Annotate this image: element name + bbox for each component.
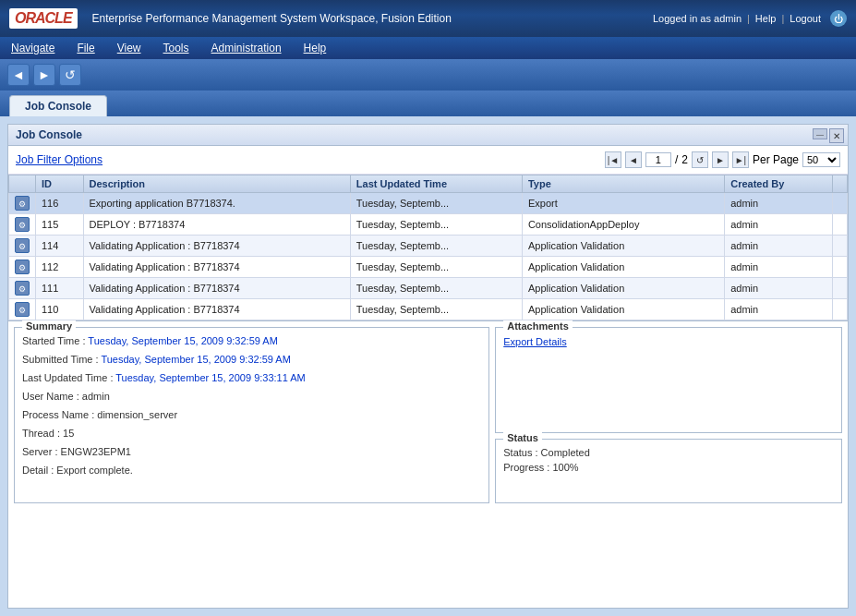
header: ORACLE Enterprise Performance Management… (0, 0, 856, 37)
page-prev-button[interactable]: ◄ (625, 151, 642, 168)
export-details-link[interactable]: Export Details (503, 336, 566, 347)
cell-description: Validating Application : B7718374 (83, 257, 350, 278)
cell-type: Application Validation (522, 257, 724, 278)
job-icon: ⚙ (15, 302, 30, 317)
job-table-container: ID Description Last Updated Time Type Cr… (8, 175, 848, 321)
menubar-item-view[interactable]: View (114, 40, 145, 56)
col-id: ID (36, 175, 84, 193)
job-table: ID Description Last Updated Time Type Cr… (8, 175, 848, 320)
menubar-item-navigate[interactable]: Navigate (7, 40, 58, 56)
progress-label: Progress : (503, 462, 549, 473)
page-refresh-button[interactable]: ↺ (692, 151, 708, 168)
row-icon-cell: ⚙ (9, 236, 36, 257)
cell-description: Validating Application : B7718374 (83, 299, 350, 320)
job-icon: ⚙ (15, 196, 30, 211)
page-next-button[interactable]: ► (712, 151, 729, 168)
job-icon: ⚙ (15, 281, 30, 296)
app-title: Enterprise Performance Management System… (92, 12, 452, 25)
row-icon-cell: ⚙ (9, 257, 36, 278)
submitted-time-value[interactable]: Tuesday, September 15, 2009 9:32:59 AM (101, 354, 290, 365)
menubar: NavigateFileViewToolsAdministrationHelp (0, 37, 856, 59)
job-filter-link[interactable]: Job Filter Options (16, 153, 102, 166)
row-icon-cell: ⚙ (9, 278, 36, 299)
page-last-button[interactable]: ►| (732, 151, 749, 168)
scroll-cell (833, 278, 848, 299)
table-header: ID Description Last Updated Time Type Cr… (9, 175, 848, 193)
table-row[interactable]: ⚙115DEPLOY : B7718374Tuesday, Septemb...… (9, 214, 848, 236)
navigate-forward-button[interactable]: ► (33, 64, 55, 86)
cell-description: Validating Application : B7718374 (83, 236, 350, 257)
page-input[interactable]: 1 (645, 152, 671, 167)
pagination-controls: |◄ ◄ 1 / 2 ↺ ► ►| Per Page 50 25 100 (605, 151, 840, 168)
cell-id: 111 (36, 278, 84, 299)
submitted-time: Submitted Time : Tuesday, September 15, … (22, 354, 481, 365)
thread-value: 15 (63, 428, 74, 439)
cell-created-by: admin (725, 236, 833, 257)
per-page-select[interactable]: 50 25 100 (802, 152, 840, 167)
help-link[interactable]: Help (755, 13, 777, 24)
thread: Thread : 15 (22, 428, 481, 439)
cell-last-updated: Tuesday, Septemb... (350, 193, 522, 214)
process-name: Process Name : dimension_server (22, 409, 481, 420)
separator-2: | (781, 13, 784, 24)
last-updated-label: Last Updated Time : (22, 372, 113, 383)
cell-type: Export (522, 193, 724, 214)
table-row[interactable]: ⚙112Validating Application : B7718374Tue… (9, 257, 848, 278)
table-row[interactable]: ⚙114Validating Application : B7718374Tue… (9, 236, 848, 257)
scroll-cell (833, 236, 848, 257)
minimize-button[interactable]: — (813, 128, 827, 139)
job-console-tab[interactable]: Job Console (9, 95, 107, 116)
thread-label: Thread : (22, 428, 60, 439)
refresh-button[interactable]: ↺ (59, 64, 81, 86)
last-updated-time: Last Updated Time : Tuesday, September 1… (22, 372, 481, 383)
cell-id: 112 (36, 257, 84, 278)
cell-id: 116 (36, 193, 84, 214)
col-icon (9, 175, 36, 193)
tab-bar: Job Console (0, 91, 856, 116)
job-icon: ⚙ (15, 238, 30, 253)
page-first-button[interactable]: |◄ (605, 151, 621, 168)
col-created-by: Created By (725, 175, 833, 193)
page-separator: / (675, 153, 678, 166)
navigate-back-button[interactable]: ◄ (7, 64, 30, 86)
menubar-item-administration[interactable]: Administration (208, 40, 285, 56)
login-text: Logged in as admin (653, 13, 741, 24)
menubar-item-help[interactable]: Help (300, 40, 331, 56)
menubar-item-file[interactable]: File (73, 40, 98, 56)
menubar-item-tools[interactable]: Tools (160, 40, 193, 56)
cell-created-by: admin (725, 278, 833, 299)
header-left: ORACLE Enterprise Performance Management… (9, 8, 452, 29)
detail-label: Detail : (22, 465, 54, 476)
table-row[interactable]: ⚙111Validating Application : B7718374Tue… (9, 278, 848, 299)
cell-description: DEPLOY : B7718374 (83, 214, 350, 236)
job-table-body: ⚙116Exporting application B7718374.Tuesd… (9, 193, 848, 320)
cell-id: 114 (36, 236, 84, 257)
table-row[interactable]: ⚙110Validating Application : B7718374Tue… (9, 299, 848, 320)
power-icon: ⏻ (830, 10, 847, 27)
process-name-value: dimension_server (97, 409, 177, 420)
user-name-label: User Name : (22, 391, 79, 402)
header-right: Logged in as admin | Help | Logout ⏻ (653, 10, 847, 27)
cell-last-updated: Tuesday, Septemb... (350, 236, 522, 257)
table-row[interactable]: ⚙116Exporting application B7718374.Tuesd… (9, 193, 848, 214)
cell-type: Application Validation (522, 278, 724, 299)
server-label: Server : (22, 446, 58, 457)
logout-link[interactable]: Logout (790, 13, 821, 24)
panel-title-bar: Job Console (8, 125, 848, 146)
status-panel: Status Status : Completed Progress : 100… (495, 439, 842, 503)
scroll-cell (833, 257, 848, 278)
cell-type: ConsolidationAppDeploy (522, 214, 724, 236)
process-name-label: Process Name : (22, 409, 94, 420)
cell-created-by: admin (725, 193, 833, 214)
job-icon: ⚙ (15, 260, 30, 274)
row-icon-cell: ⚙ (9, 193, 36, 214)
progress-value: 100% (552, 462, 578, 473)
close-button[interactable]: ✕ (829, 128, 844, 143)
last-updated-value[interactable]: Tuesday, September 15, 2009 9:33:11 AM (115, 372, 305, 383)
user-name: User Name : admin (22, 391, 481, 402)
bottom-panels: Summary Started Time : Tuesday, Septembe… (8, 321, 848, 509)
cell-type: Application Validation (522, 236, 724, 257)
started-time-value[interactable]: Tuesday, September 15, 2009 9:32:59 AM (88, 335, 277, 346)
right-panels: Attachments Export Details Status Status… (495, 321, 848, 509)
attachments-panel: Attachments Export Details (495, 327, 842, 433)
